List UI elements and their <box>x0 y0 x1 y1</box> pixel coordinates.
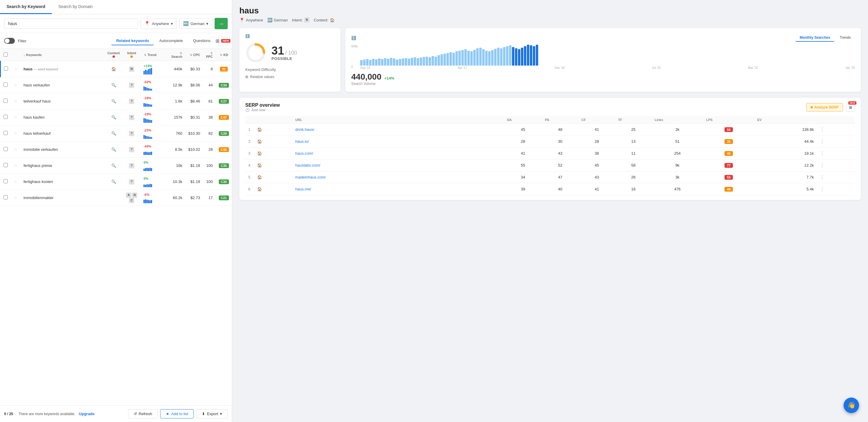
vol-bar <box>435 57 437 65</box>
tab-search-domain[interactable]: Search by Domain <box>52 0 99 14</box>
location-select[interactable]: 📍 Anywhere ▾ <box>141 18 177 29</box>
trend-bar <box>145 104 146 107</box>
volume-bar-chart <box>351 45 855 65</box>
tab-trends[interactable]: Trends <box>836 34 855 42</box>
tab-autocomplete[interactable]: Autocomplete <box>154 37 188 45</box>
grid-view-button[interactable]: ⊞ NEW <box>218 36 228 46</box>
table-footer: 0 / 25 There are more keywords available… <box>0 405 232 422</box>
trend-bar <box>147 70 148 75</box>
row-star[interactable]: ☆ <box>14 196 18 200</box>
row-checkbox[interactable] <box>4 66 8 71</box>
keyword-input[interactable] <box>4 19 138 29</box>
row-star[interactable]: ☆ <box>14 83 18 87</box>
trend-bars <box>144 197 164 203</box>
trend-bar <box>151 200 152 203</box>
new-badge: NEW <box>221 39 230 43</box>
serp-table-row: 5 🏠 madeinhaus.com/ 34 47 43 26 3k 55 7.… <box>245 171 855 183</box>
header-kd[interactable]: ⇅ KD <box>216 49 232 61</box>
trend-bar <box>147 168 148 171</box>
refresh-button[interactable]: ↺ Refresh <box>128 409 158 418</box>
add-to-list-button[interactable]: ★ Add to list <box>160 409 194 418</box>
vol-bar <box>476 48 479 65</box>
serp-menu-dots[interactable]: ⋮ <box>820 151 825 156</box>
header-intent: Intent <box>123 49 141 61</box>
row-checkbox[interactable] <box>4 115 8 119</box>
row-checkbox[interactable] <box>4 147 8 151</box>
serp-grid-button[interactable]: ⊞ NEW <box>846 103 855 112</box>
kd-badge: C21 <box>219 196 229 200</box>
serp-url[interactable]: hauslabs.com/ <box>295 163 320 168</box>
row-checkbox[interactable] <box>4 163 8 167</box>
keywords-table-container: ↓ Keywords Content Intent ⇅ Trend ⇅ Sear… <box>0 49 232 405</box>
go-button[interactable]: → <box>215 18 228 29</box>
volume-numbers: 440,000 +14% Search Volume <box>351 72 394 86</box>
header-search[interactable]: ⇅ Search <box>167 49 185 61</box>
filter-button[interactable]: Filter <box>18 39 27 43</box>
row-star[interactable]: ☆ <box>14 163 18 168</box>
ppc-val: 28 <box>203 142 216 158</box>
row-star[interactable]: ☆ <box>14 147 18 152</box>
vol-bar <box>527 45 529 65</box>
volume-chart-area: 600k 0 Sep '15 Apr '17 Dec '18 Jul '20 M… <box>351 45 855 68</box>
row-checkbox[interactable] <box>4 179 8 183</box>
meta-intent: Intent: N <box>292 17 310 23</box>
serp-da: 34 <box>504 171 542 183</box>
serp-home-icon: 🏠 <box>257 163 262 168</box>
serp-url[interactable]: haus.me/ <box>295 187 311 191</box>
select-all-checkbox[interactable] <box>4 52 8 57</box>
serp-links: 9k <box>652 160 703 171</box>
serp-menu-dots[interactable]: ⋮ <box>820 187 825 192</box>
chat-float-button[interactable]: 👋 <box>844 398 859 413</box>
tab-monthly-searches[interactable]: Monthly Searches <box>795 34 834 42</box>
vol-bar <box>360 60 363 65</box>
serp-menu-dots[interactable]: ⋮ <box>820 163 825 168</box>
header-ppc[interactable]: ⇅ PPC <box>203 49 216 61</box>
header-cpc[interactable]: ⇅ CPC <box>185 49 203 61</box>
lang-chevron: ▾ <box>206 22 208 26</box>
serp-menu-dots[interactable]: ⋮ <box>820 127 825 132</box>
row-star[interactable]: ☆ <box>14 131 18 136</box>
upgrade-link[interactable]: Upgrade <box>79 412 95 416</box>
analyze-serp-button[interactable]: Analyze SERP <box>806 103 843 111</box>
row-star[interactable]: ☆ <box>14 67 18 71</box>
tab-search-keyword[interactable]: Search by Keyword <box>0 0 52 14</box>
serp-url[interactable]: madeinhaus.com/ <box>295 175 326 179</box>
relative-values-toggle[interactable]: Relative values <box>245 75 274 79</box>
serp-url[interactable]: drink.haus/ <box>295 127 314 132</box>
header-trend[interactable]: ⇅ Trend <box>141 49 167 61</box>
trend-bar <box>144 86 145 91</box>
vol-bar <box>414 57 416 65</box>
filter-toggle[interactable] <box>4 38 15 44</box>
vol-bar <box>533 46 535 65</box>
serp-url[interactable]: haus.io/ <box>295 139 309 144</box>
row-star[interactable]: ☆ <box>14 99 18 104</box>
seed-cpc: $0.33 <box>185 61 203 77</box>
serp-url[interactable]: haus.com/ <box>295 151 313 156</box>
search-vol: 60.2k <box>167 190 185 206</box>
volume-value: 440,000 <box>351 72 381 81</box>
keyword-meta: 📍 Anywhere 🔤 German Intent: N Content: 🏠 <box>239 17 861 23</box>
row-checkbox[interactable] <box>4 131 8 135</box>
tab-related-keywords[interactable]: Related keywords <box>111 37 154 45</box>
row-checkbox[interactable] <box>4 99 8 103</box>
trend-cell: -23% <box>141 125 167 142</box>
vol-bar <box>440 54 443 65</box>
keyword-text: haus teilverkauf <box>24 131 51 136</box>
tab-questions[interactable]: Questions <box>188 37 215 45</box>
serp-row-num: 4 <box>245 160 254 171</box>
row-checkbox[interactable] <box>4 83 8 87</box>
serp-menu-dots[interactable]: ⋮ <box>820 175 825 180</box>
row-star[interactable]: ☆ <box>14 115 18 119</box>
language-select[interactable]: 🔤 German ▾ <box>179 18 212 29</box>
serp-menu-dots[interactable]: ⋮ <box>820 139 825 144</box>
row-checkbox[interactable] <box>4 195 8 199</box>
kd-badge: C34 <box>219 83 229 88</box>
row-star[interactable]: ☆ <box>14 179 18 184</box>
intent-badge: ? <box>129 131 134 136</box>
keyword-text: fertighaus preise <box>24 163 52 168</box>
trend-pct: -52% <box>144 80 151 84</box>
seed-keyword-text: haus <box>24 67 32 71</box>
search-row: 📍 Anywhere ▾ 🔤 German ▾ → <box>0 14 232 33</box>
export-button[interactable]: ⬇ Export ▾ <box>196 409 228 418</box>
serp-time: 🕐 Just now <box>245 108 280 112</box>
